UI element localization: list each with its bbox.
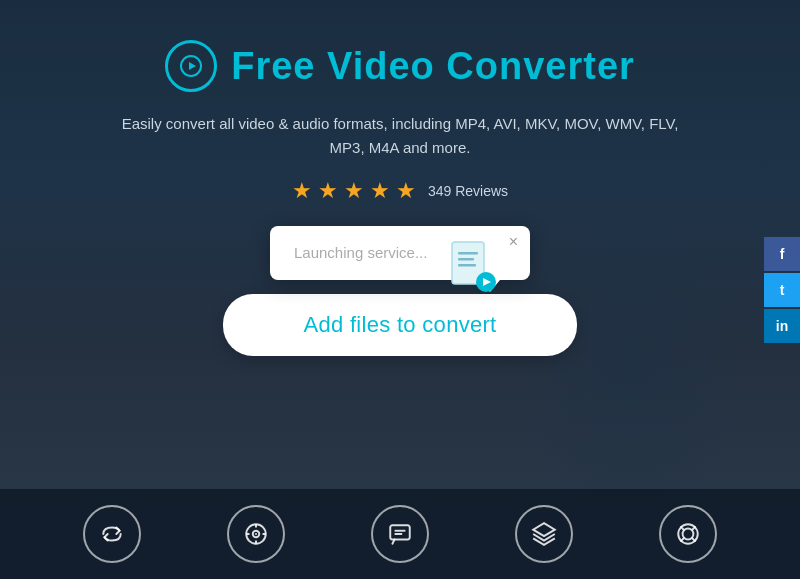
toolbar-convert-button[interactable] — [83, 505, 141, 563]
app-subtitle: Easily convert all video & audio formats… — [110, 112, 690, 160]
twitter-label: t — [780, 282, 785, 298]
app-title: Free Video Converter — [231, 45, 635, 88]
social-sidebar: f t in — [764, 237, 800, 343]
toolbar-layers-button[interactable] — [515, 505, 573, 563]
file-icon-float — [448, 240, 498, 299]
star-3: ★ — [344, 178, 364, 204]
play-icon — [179, 54, 203, 78]
toolbar-support-button[interactable] — [659, 505, 717, 563]
support-icon — [675, 521, 701, 547]
svg-rect-15 — [390, 525, 410, 539]
svg-line-22 — [680, 538, 684, 542]
app-logo — [165, 40, 217, 92]
layers-icon — [531, 521, 557, 547]
toolbar-chat-button[interactable] — [371, 505, 429, 563]
svg-rect-3 — [458, 252, 478, 255]
dvd-icon — [243, 521, 269, 547]
svg-line-23 — [692, 538, 696, 542]
svg-rect-4 — [458, 258, 474, 261]
svg-marker-18 — [533, 523, 555, 536]
chat-icon — [387, 521, 413, 547]
file-icon — [448, 240, 498, 295]
star-5: ★ — [396, 178, 416, 204]
title-row: Free Video Converter — [165, 40, 635, 92]
reviews-count: 349 Reviews — [428, 183, 508, 199]
svg-line-21 — [692, 526, 696, 530]
main-content: Free Video Converter Easily convert all … — [0, 0, 800, 356]
svg-line-24 — [680, 526, 684, 530]
convert-icon — [99, 521, 125, 547]
tooltip-text: Launching service... — [294, 244, 427, 261]
toolbar-dvd-button[interactable] — [227, 505, 285, 563]
svg-point-10 — [255, 533, 257, 535]
add-files-button[interactable]: Add files to convert — [223, 294, 576, 356]
star-4: ★ — [370, 178, 390, 204]
star-1: ★ — [292, 178, 312, 204]
svg-rect-5 — [458, 264, 476, 267]
svg-marker-1 — [189, 62, 196, 70]
facebook-button[interactable]: f — [764, 237, 800, 271]
stars-row: ★ ★ ★ ★ ★ 349 Reviews — [292, 178, 508, 204]
star-2: ★ — [318, 178, 338, 204]
twitter-button[interactable]: t — [764, 273, 800, 307]
bottom-toolbar — [0, 489, 800, 579]
linkedin-button[interactable]: in — [764, 309, 800, 343]
tooltip-close-button[interactable]: × — [509, 234, 518, 250]
facebook-label: f — [780, 246, 785, 262]
linkedin-label: in — [776, 318, 788, 334]
